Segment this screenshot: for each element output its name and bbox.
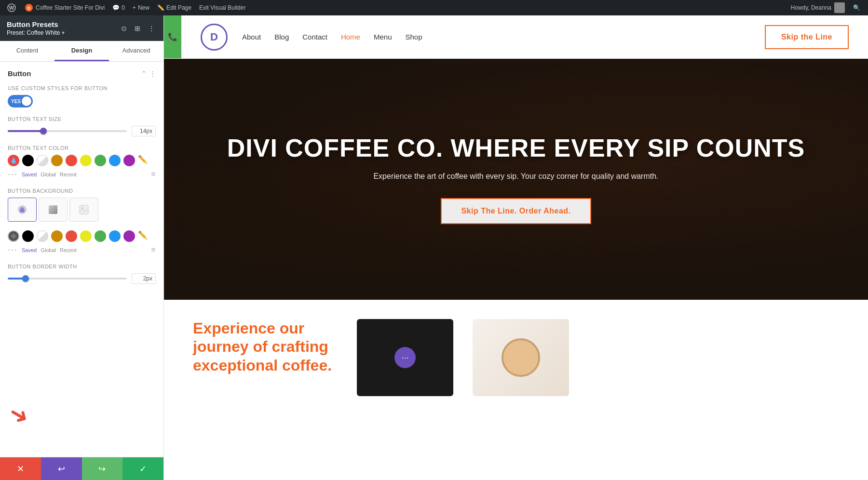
redo-button[interactable]: ↪ [82,457,123,480]
wp-logo-icon[interactable]: W [4,0,19,15]
bottom-global-label[interactable]: Global [41,247,56,253]
bottom-saved-label[interactable]: Saved [22,247,37,253]
bottom-red-swatch[interactable] [66,230,77,242]
user-avatar [834,2,845,13]
global-label[interactable]: Global [41,172,56,177]
nav-link-menu[interactable]: Menu [374,33,392,41]
color-swatch-yellow[interactable] [80,155,92,166]
bottom-eyedropper-swatch[interactable] [8,230,19,242]
swatch-meta: ··· Saved Global Recent ⚙ [8,169,156,179]
bottom-black-swatch[interactable] [22,230,34,242]
left-panel: Button Presets Preset: Coffee White ▾ ⊙ … [0,15,164,480]
section-actions: ⌃ ⋮ [141,70,156,77]
panel-target-icon[interactable]: ⊙ [119,23,129,34]
below-text: Experience our journey of crafting excep… [193,319,338,374]
admin-bar-exit-builder[interactable]: Exit Visual Builder [195,0,250,15]
recent-label[interactable]: Recent [60,172,77,177]
bottom-transparent-swatch[interactable] [37,230,48,242]
text-size-slider-row: 14px [8,126,156,136]
phone-tab[interactable]: 📞 [164,15,181,58]
svg-text:W: W [9,5,14,11]
text-size-label: Button Text Size [8,116,156,122]
color-swatch-transparent[interactable] [37,155,48,166]
border-width-label: Button Border Width [8,264,156,269]
section-menu-btn[interactable]: ⋮ [149,70,156,77]
tab-content[interactable]: Content [0,41,54,61]
phone-icon: 📞 [168,32,177,41]
bottom-more-dots[interactable]: ··· [8,245,18,255]
nav-link-home[interactable]: Home [341,33,360,41]
text-size-value[interactable]: 14px [132,126,156,136]
bottom-green-swatch[interactable] [95,230,106,242]
pencil-icon: ✏️ [157,4,164,11]
bottom-blue-swatch[interactable] [109,230,121,242]
site-icon: D [25,4,33,12]
custom-styles-toggle[interactable]: YES [8,95,33,107]
panel-layout-icon[interactable]: ⊞ [133,23,142,34]
eyedropper-swatch[interactable]: 💧 [8,155,19,166]
panel-footer: ✕ ↩ ↪ ✓ [0,457,163,480]
comment-icon: 💬 [112,4,120,11]
color-swatch-green[interactable] [95,155,106,166]
search-icon: 🔍 [853,4,860,11]
hero-title: DIVI COFFEE CO. WHERE EVERY SIP COUNTS [227,134,805,162]
border-width-slider-track[interactable] [8,278,127,280]
text-size-slider-track[interactable] [8,130,127,132]
tab-advanced[interactable]: Advanced [109,41,163,61]
section-collapse-btn[interactable]: ⌃ [141,70,147,77]
site-nav: 📞 D About Blog Contact Home Menu Shop Sk… [164,15,868,59]
pencil-icon-swatch[interactable]: ✏️ [138,155,149,166]
color-swatch-brown[interactable] [51,155,63,166]
saved-label[interactable]: Saved [22,172,37,177]
bottom-swatch-meta: ··· Saved Global Recent ⚙ [8,245,156,255]
nav-link-shop[interactable]: Shop [405,33,422,41]
admin-bar-site-name[interactable]: D Coffee Starter Site For Divi [21,0,108,15]
bg-tab-color[interactable] [8,198,37,222]
bottom-recent-label[interactable]: Recent [60,247,77,253]
background-label: Button Background [8,188,156,194]
more-dots[interactable]: ··· [8,169,18,179]
bottom-color-swatches: ✏️ [8,230,156,242]
bottom-pencil-swatch[interactable]: ✏️ [138,230,149,242]
section-title: Button [8,69,31,78]
below-fold: Experience our journey of crafting excep… [164,300,868,480]
gear-icon[interactable]: ⚙ [151,171,156,177]
tab-design[interactable]: Design [54,41,109,61]
undo-button[interactable]: ↩ [41,457,82,480]
bg-tabs [8,198,156,222]
bottom-gear-icon[interactable]: ⚙ [151,247,156,253]
nav-link-contact[interactable]: Contact [302,33,327,41]
hero-subtitle: Experience the art of coffee with every … [227,172,805,181]
panel-content: Button ⌃ ⋮ Use Custom Styles For Button … [0,62,163,457]
plus-icon: + [133,4,136,11]
admin-bar-howdy[interactable]: Howdy, Deanna [787,0,849,15]
admin-bar-search[interactable]: 🔍 [849,0,864,15]
color-swatch-purple[interactable] [123,155,135,166]
text-color-field: Button Text Color 💧 ✏️ ··· [8,145,156,179]
nav-link-blog[interactable]: Blog [274,33,289,41]
bottom-purple-swatch[interactable] [123,230,135,242]
cancel-button[interactable]: ✕ [0,457,41,480]
confirm-button[interactable]: ✓ [122,457,163,480]
admin-bar-comments[interactable]: 💬 0 [108,0,129,15]
admin-bar-new[interactable]: + New [129,0,153,15]
text-size-field: Button Text Size 14px [8,116,156,136]
nav-link-about[interactable]: About [242,33,261,41]
color-swatch-blue[interactable] [109,155,121,166]
panel-header: Button Presets Preset: Coffee White ▾ ⊙ … [0,15,163,41]
site-skip-btn[interactable]: Skip the Line [765,25,849,49]
bottom-brown-swatch[interactable] [51,230,63,242]
below-card-video: ··· [357,319,453,396]
panel-more-icon[interactable]: ⋮ [146,23,157,34]
play-button[interactable]: ··· [394,347,416,368]
border-width-value[interactable]: 2px [132,273,156,284]
bottom-yellow-swatch[interactable] [80,230,92,242]
color-swatch-black[interactable] [22,155,34,166]
panel-header-actions: ⊙ ⊞ ⋮ [119,23,157,34]
color-swatch-red[interactable] [66,155,77,166]
hero-cta-button[interactable]: Skip The Line. Order Ahead. [441,198,591,224]
custom-styles-field: Use Custom Styles For Button YES [8,85,156,107]
bg-tab-gradient[interactable] [39,198,68,222]
bg-tab-image[interactable] [69,198,98,222]
admin-bar-edit-page[interactable]: ✏️ Edit Page [153,0,195,15]
